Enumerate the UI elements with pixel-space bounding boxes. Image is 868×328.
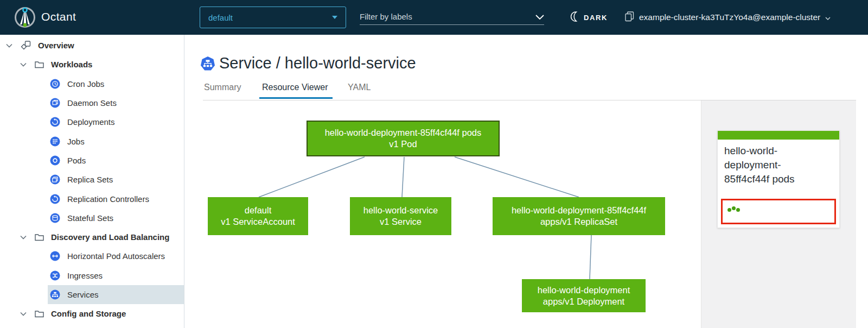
chevron-down-icon[interactable]	[6, 43, 12, 48]
sidebar-item-label: Stateful Sets	[67, 213, 113, 223]
horizontal-pod-autoscalers-icon	[50, 251, 60, 261]
cron-jobs-icon	[50, 79, 60, 89]
label-filter-input[interactable]	[360, 12, 532, 21]
card-title-line: 85ff4cf44f pods	[724, 172, 834, 186]
jobs-icon	[50, 136, 60, 147]
node-label-line2: v1 ServiceAccount	[221, 216, 295, 228]
daemon-sets-icon	[50, 98, 60, 108]
folder-icon	[35, 233, 44, 241]
resource-detail-panel: hello-world- deployment- 85ff4cf44f pods	[701, 100, 856, 328]
sidebar-item-stateful-sets[interactable]: Stateful Sets	[0, 209, 184, 228]
sidebar-item-label: Jobs	[67, 137, 85, 146]
cluster-icon	[625, 11, 634, 24]
sidebar-item-label: Ingresses	[67, 271, 103, 280]
dropdown-caret-icon	[332, 16, 337, 19]
node-label-line2: v1 Pod	[389, 138, 417, 150]
node-label-line1: default	[245, 205, 272, 216]
app-title: Octant	[41, 10, 76, 23]
sidebar-item-deployments[interactable]: Deployments	[0, 112, 184, 131]
cluster-name: example-cluster-ka3TuTzYo4a@example-clus…	[639, 12, 820, 22]
namespace-dropdown[interactable]: default	[200, 7, 346, 28]
node-label-line1: hello-world-deployment-85ff4cf44f	[512, 205, 646, 216]
services-icon	[50, 289, 60, 300]
tab-resource-viewer[interactable]: Resource Viewer	[262, 83, 328, 92]
sidebar-item-label: Replica Sets	[67, 175, 113, 184]
sidebar-item-services[interactable]: Services	[0, 285, 184, 304]
card-body	[718, 192, 839, 228]
card-status-accent-bar	[718, 131, 839, 140]
sidebar-item-label: Workloads	[51, 60, 92, 69]
sidebar-item-replication-controllers[interactable]: Replication Controllers	[0, 189, 184, 208]
active-tab-underline	[259, 97, 333, 99]
sidebar-item-jobs[interactable]: Jobs	[0, 131, 184, 150]
pod-status-dot	[736, 208, 740, 212]
tab-summary[interactable]: Summary	[204, 83, 241, 92]
overview-icon	[21, 41, 31, 51]
node-label-line2: v1 Service	[380, 216, 422, 228]
node-label-line2: apps/v1 ReplicaSet	[540, 216, 617, 228]
cluster-chevron-down-icon	[825, 12, 831, 22]
folder-icon	[35, 60, 44, 68]
filter-chevron-down-icon[interactable]	[535, 12, 544, 22]
graph-node-replicaset[interactable]: hello-world-deployment-85ff4cf44f apps/v…	[493, 197, 665, 235]
chevron-down-icon[interactable]	[20, 312, 27, 316]
sidebar-item-replica-sets[interactable]: Replica Sets	[0, 170, 184, 189]
pod-status-dot	[727, 208, 731, 212]
card-title-line: hello-world-	[724, 144, 834, 158]
sidebar-item-pods[interactable]: Pods	[0, 151, 184, 170]
octant-logo-icon	[13, 5, 37, 29]
node-label-line2: apps/v1 Deployment	[543, 296, 624, 307]
folder-icon	[35, 310, 44, 318]
namespace-dropdown-value: default	[208, 13, 233, 22]
chevron-down-icon[interactable]	[20, 235, 27, 239]
card-title-line: deployment-	[724, 158, 834, 172]
sidebar-item-label: Config and Storage	[51, 309, 126, 318]
graph-node-serviceaccount[interactable]: default v1 ServiceAccount	[208, 197, 308, 235]
pod-status-highlight-box	[721, 199, 836, 224]
node-label-line1: hello-world-service	[363, 205, 438, 216]
sidebar-item-label: Services	[67, 290, 99, 299]
sidebar-item-overview[interactable]: Overview	[0, 36, 184, 55]
moon-icon	[569, 11, 579, 24]
sidebar-item-cron-jobs[interactable]: Cron Jobs	[0, 74, 184, 93]
dark-mode-toggle[interactable]: DARK	[569, 0, 608, 35]
sidebar-item-horizontal-pod-autoscalers[interactable]: Horizontal Pod Autoscalers	[0, 247, 184, 266]
card-title: hello-world- deployment- 85ff4cf44f pods	[718, 140, 839, 192]
sidebar-group-discovery-and-load-balancing[interactable]: Discovery and Load Balancing	[0, 228, 184, 247]
sidebar-item-label: Daemon Sets	[67, 98, 117, 108]
sidebar-item-label: Replication Controllers	[67, 194, 149, 204]
chevron-down-icon[interactable]	[20, 62, 27, 67]
label-filter-field[interactable]	[360, 9, 544, 25]
deployments-icon	[50, 117, 60, 127]
sidebar-item-label: Cron Jobs	[67, 79, 104, 89]
graph-node-service[interactable]: hello-world-service v1 Service	[350, 197, 451, 235]
sidebar-item-ingresses[interactable]: Ingresses	[0, 266, 184, 285]
sidebar-nav: Overview Workloads Cron Jobs Daemon Sets…	[0, 35, 184, 328]
ingresses-icon	[50, 270, 60, 281]
sidebar-group-workloads[interactable]: Workloads	[0, 55, 184, 74]
pod-status-dot	[732, 206, 736, 210]
sidebar-item-label: Overview	[38, 41, 74, 50]
node-label-line1: hello-world-deployment-85ff4cf44f pods	[325, 127, 482, 138]
sidebar-group-config-and-storage[interactable]: Config and Storage	[0, 304, 184, 323]
service-resource-icon	[200, 56, 215, 73]
node-label-line1: hello-world-deployment	[538, 285, 630, 296]
replication-controllers-icon	[50, 194, 60, 204]
pods-icon	[50, 155, 60, 166]
sidebar-item-daemon-sets[interactable]: Daemon Sets	[0, 93, 184, 112]
graph-node-deployment[interactable]: hello-world-deployment apps/v1 Deploymen…	[522, 279, 646, 312]
sidebar-item-label: Pods	[67, 156, 86, 165]
stateful-sets-icon	[50, 213, 60, 223]
selected-resource-card[interactable]: hello-world- deployment- 85ff4cf44f pods	[717, 130, 840, 228]
page-title: Service / hello-world-service	[219, 54, 416, 72]
graph-node-pod[interactable]: hello-world-deployment-85ff4cf44f pods v…	[307, 121, 500, 156]
app-header: Octant default DARK example-cluster-ka3T…	[0, 0, 868, 35]
tab-yaml[interactable]: YAML	[348, 83, 371, 92]
replica-sets-icon	[50, 174, 60, 185]
sidebar-item-label: Horizontal Pod Autoscalers	[67, 251, 165, 261]
sidebar-item-label: Discovery and Load Balancing	[51, 232, 169, 242]
cluster-selector[interactable]: example-cluster-ka3TuTzYo4a@example-clus…	[625, 0, 831, 35]
sidebar-item-label: Deployments	[67, 117, 115, 127]
dark-mode-label: DARK	[584, 14, 608, 22]
